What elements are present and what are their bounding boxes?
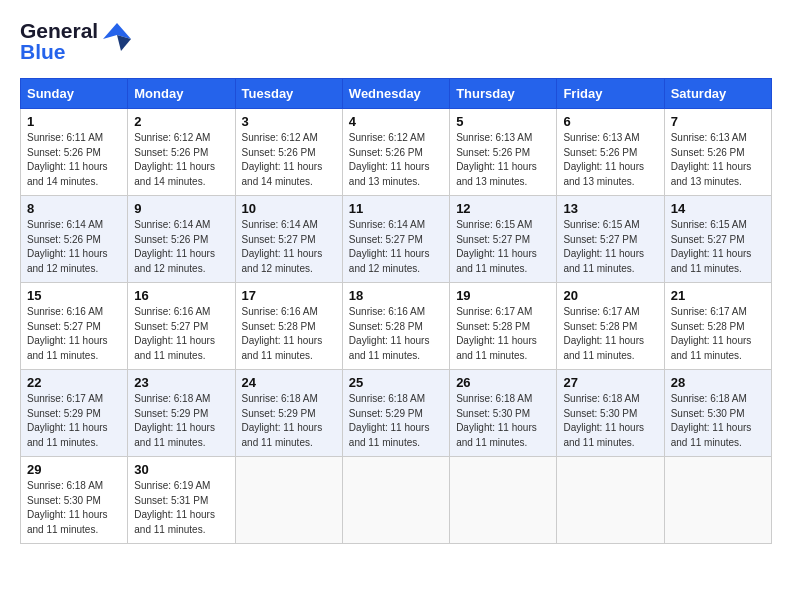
day-info: Sunrise: 6:16 AM Sunset: 5:28 PM Dayligh… (242, 305, 336, 363)
day-number: 18 (349, 288, 443, 303)
calendar-cell: 1Sunrise: 6:11 AM Sunset: 5:26 PM Daylig… (21, 109, 128, 196)
calendar-cell: 22Sunrise: 6:17 AM Sunset: 5:29 PM Dayli… (21, 370, 128, 457)
day-number: 16 (134, 288, 228, 303)
day-info: Sunrise: 6:15 AM Sunset: 5:27 PM Dayligh… (563, 218, 657, 276)
day-info: Sunrise: 6:14 AM Sunset: 5:27 PM Dayligh… (242, 218, 336, 276)
calendar-cell: 20Sunrise: 6:17 AM Sunset: 5:28 PM Dayli… (557, 283, 664, 370)
day-number: 1 (27, 114, 121, 129)
day-number: 28 (671, 375, 765, 390)
day-info: Sunrise: 6:14 AM Sunset: 5:26 PM Dayligh… (27, 218, 121, 276)
day-info: Sunrise: 6:13 AM Sunset: 5:26 PM Dayligh… (563, 131, 657, 189)
calendar-cell: 21Sunrise: 6:17 AM Sunset: 5:28 PM Dayli… (664, 283, 771, 370)
calendar-week-5: 29Sunrise: 6:18 AM Sunset: 5:30 PM Dayli… (21, 457, 772, 544)
day-number: 30 (134, 462, 228, 477)
calendar-cell: 29Sunrise: 6:18 AM Sunset: 5:30 PM Dayli… (21, 457, 128, 544)
col-header-saturday: Saturday (664, 79, 771, 109)
day-info: Sunrise: 6:12 AM Sunset: 5:26 PM Dayligh… (242, 131, 336, 189)
calendar-week-2: 8Sunrise: 6:14 AM Sunset: 5:26 PM Daylig… (21, 196, 772, 283)
calendar-cell: 24Sunrise: 6:18 AM Sunset: 5:29 PM Dayli… (235, 370, 342, 457)
day-number: 24 (242, 375, 336, 390)
header: General Blue (20, 20, 772, 62)
day-number: 10 (242, 201, 336, 216)
calendar-cell (235, 457, 342, 544)
calendar-cell: 11Sunrise: 6:14 AM Sunset: 5:27 PM Dayli… (342, 196, 449, 283)
day-info: Sunrise: 6:17 AM Sunset: 5:29 PM Dayligh… (27, 392, 121, 450)
calendar-cell: 18Sunrise: 6:16 AM Sunset: 5:28 PM Dayli… (342, 283, 449, 370)
calendar-cell (450, 457, 557, 544)
calendar-cell (342, 457, 449, 544)
day-number: 8 (27, 201, 121, 216)
calendar-cell: 9Sunrise: 6:14 AM Sunset: 5:26 PM Daylig… (128, 196, 235, 283)
logo: General Blue (20, 20, 133, 62)
calendar-cell: 8Sunrise: 6:14 AM Sunset: 5:26 PM Daylig… (21, 196, 128, 283)
day-info: Sunrise: 6:14 AM Sunset: 5:26 PM Dayligh… (134, 218, 228, 276)
day-number: 14 (671, 201, 765, 216)
day-number: 9 (134, 201, 228, 216)
calendar-cell: 10Sunrise: 6:14 AM Sunset: 5:27 PM Dayli… (235, 196, 342, 283)
calendar-header-row: SundayMondayTuesdayWednesdayThursdayFrid… (21, 79, 772, 109)
day-info: Sunrise: 6:17 AM Sunset: 5:28 PM Dayligh… (456, 305, 550, 363)
day-number: 13 (563, 201, 657, 216)
day-info: Sunrise: 6:18 AM Sunset: 5:29 PM Dayligh… (134, 392, 228, 450)
day-number: 27 (563, 375, 657, 390)
day-number: 21 (671, 288, 765, 303)
calendar-cell: 4Sunrise: 6:12 AM Sunset: 5:26 PM Daylig… (342, 109, 449, 196)
calendar-cell: 26Sunrise: 6:18 AM Sunset: 5:30 PM Dayli… (450, 370, 557, 457)
day-info: Sunrise: 6:18 AM Sunset: 5:30 PM Dayligh… (456, 392, 550, 450)
col-header-monday: Monday (128, 79, 235, 109)
calendar-cell (557, 457, 664, 544)
day-number: 22 (27, 375, 121, 390)
day-number: 7 (671, 114, 765, 129)
day-info: Sunrise: 6:15 AM Sunset: 5:27 PM Dayligh… (456, 218, 550, 276)
col-header-friday: Friday (557, 79, 664, 109)
day-info: Sunrise: 6:18 AM Sunset: 5:30 PM Dayligh… (671, 392, 765, 450)
day-number: 25 (349, 375, 443, 390)
day-number: 4 (349, 114, 443, 129)
day-info: Sunrise: 6:15 AM Sunset: 5:27 PM Dayligh… (671, 218, 765, 276)
calendar-cell: 2Sunrise: 6:12 AM Sunset: 5:26 PM Daylig… (128, 109, 235, 196)
day-number: 17 (242, 288, 336, 303)
day-number: 12 (456, 201, 550, 216)
calendar: SundayMondayTuesdayWednesdayThursdayFrid… (20, 78, 772, 544)
calendar-cell: 7Sunrise: 6:13 AM Sunset: 5:26 PM Daylig… (664, 109, 771, 196)
calendar-week-3: 15Sunrise: 6:16 AM Sunset: 5:27 PM Dayli… (21, 283, 772, 370)
day-info: Sunrise: 6:17 AM Sunset: 5:28 PM Dayligh… (563, 305, 657, 363)
day-number: 5 (456, 114, 550, 129)
calendar-week-1: 1Sunrise: 6:11 AM Sunset: 5:26 PM Daylig… (21, 109, 772, 196)
calendar-cell: 23Sunrise: 6:18 AM Sunset: 5:29 PM Dayli… (128, 370, 235, 457)
svg-marker-0 (103, 23, 131, 39)
day-number: 26 (456, 375, 550, 390)
col-header-wednesday: Wednesday (342, 79, 449, 109)
calendar-cell: 16Sunrise: 6:16 AM Sunset: 5:27 PM Dayli… (128, 283, 235, 370)
calendar-cell: 14Sunrise: 6:15 AM Sunset: 5:27 PM Dayli… (664, 196, 771, 283)
calendar-cell: 15Sunrise: 6:16 AM Sunset: 5:27 PM Dayli… (21, 283, 128, 370)
day-info: Sunrise: 6:18 AM Sunset: 5:30 PM Dayligh… (27, 479, 121, 537)
day-info: Sunrise: 6:17 AM Sunset: 5:28 PM Dayligh… (671, 305, 765, 363)
day-info: Sunrise: 6:18 AM Sunset: 5:29 PM Dayligh… (242, 392, 336, 450)
calendar-cell: 12Sunrise: 6:15 AM Sunset: 5:27 PM Dayli… (450, 196, 557, 283)
day-info: Sunrise: 6:13 AM Sunset: 5:26 PM Dayligh… (671, 131, 765, 189)
calendar-cell: 3Sunrise: 6:12 AM Sunset: 5:26 PM Daylig… (235, 109, 342, 196)
calendar-cell: 25Sunrise: 6:18 AM Sunset: 5:29 PM Dayli… (342, 370, 449, 457)
logo-bird-icon (101, 21, 133, 57)
calendar-cell: 17Sunrise: 6:16 AM Sunset: 5:28 PM Dayli… (235, 283, 342, 370)
day-info: Sunrise: 6:16 AM Sunset: 5:28 PM Dayligh… (349, 305, 443, 363)
day-number: 2 (134, 114, 228, 129)
col-header-sunday: Sunday (21, 79, 128, 109)
day-number: 15 (27, 288, 121, 303)
day-number: 23 (134, 375, 228, 390)
logo-blue: Blue (20, 41, 98, 62)
day-number: 19 (456, 288, 550, 303)
calendar-cell: 6Sunrise: 6:13 AM Sunset: 5:26 PM Daylig… (557, 109, 664, 196)
day-info: Sunrise: 6:16 AM Sunset: 5:27 PM Dayligh… (27, 305, 121, 363)
calendar-cell: 28Sunrise: 6:18 AM Sunset: 5:30 PM Dayli… (664, 370, 771, 457)
day-number: 3 (242, 114, 336, 129)
day-info: Sunrise: 6:18 AM Sunset: 5:30 PM Dayligh… (563, 392, 657, 450)
day-number: 20 (563, 288, 657, 303)
day-info: Sunrise: 6:16 AM Sunset: 5:27 PM Dayligh… (134, 305, 228, 363)
day-info: Sunrise: 6:13 AM Sunset: 5:26 PM Dayligh… (456, 131, 550, 189)
calendar-cell: 5Sunrise: 6:13 AM Sunset: 5:26 PM Daylig… (450, 109, 557, 196)
day-info: Sunrise: 6:19 AM Sunset: 5:31 PM Dayligh… (134, 479, 228, 537)
day-info: Sunrise: 6:11 AM Sunset: 5:26 PM Dayligh… (27, 131, 121, 189)
calendar-cell: 13Sunrise: 6:15 AM Sunset: 5:27 PM Dayli… (557, 196, 664, 283)
